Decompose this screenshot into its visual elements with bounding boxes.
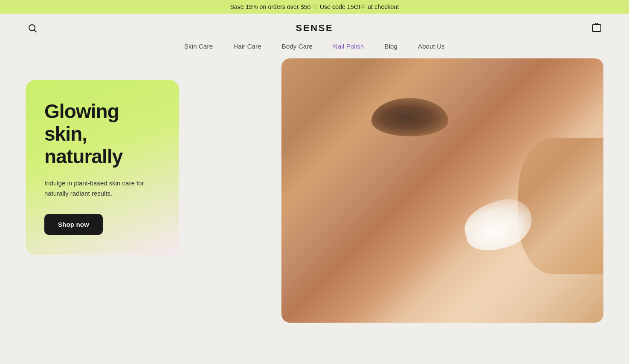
nav-item-nail-polish[interactable]: Nail Polish [333,43,364,50]
header-right-icons [590,21,603,35]
cart-icon [591,23,602,33]
header-left-icons [26,21,39,35]
main-nav: Skin Care Hair Care Body Care Nail Polis… [0,43,629,58]
nav-item-skin-care[interactable]: Skin Care [184,43,213,50]
search-button[interactable] [26,21,39,35]
nav-item-hair-care[interactable]: Hair Care [233,43,261,50]
hero-card: Glowing skin, naturally Indulge in plant… [26,80,179,255]
announcement-bar: Save 15% on orders over $50 ♡ Use code 1… [0,0,629,14]
hero-subtitle: Indulge in plant-based skin care for nat… [44,178,160,199]
svg-rect-2 [592,25,601,32]
hero-image-container [281,58,603,323]
hero-section: Glowing skin, naturally Indulge in plant… [0,58,629,323]
nav-item-about-us[interactable]: About Us [418,43,445,50]
announcement-text: Save 15% on orders over $50 ♡ Use code 1… [230,3,399,10]
hero-title: Glowing skin, naturally [44,100,160,168]
hero-image [281,58,603,323]
nav-item-body-care[interactable]: Body Care [282,43,313,50]
shop-now-button[interactable]: Shop now [44,214,103,235]
site-logo[interactable]: SENSE [296,23,333,34]
nav-item-blog[interactable]: Blog [384,43,397,50]
search-icon [27,23,38,33]
cart-button[interactable] [590,21,603,35]
hand-overlay [518,138,603,274]
svg-point-0 [29,25,35,31]
svg-line-1 [35,30,36,32]
header: SENSE [0,14,629,43]
